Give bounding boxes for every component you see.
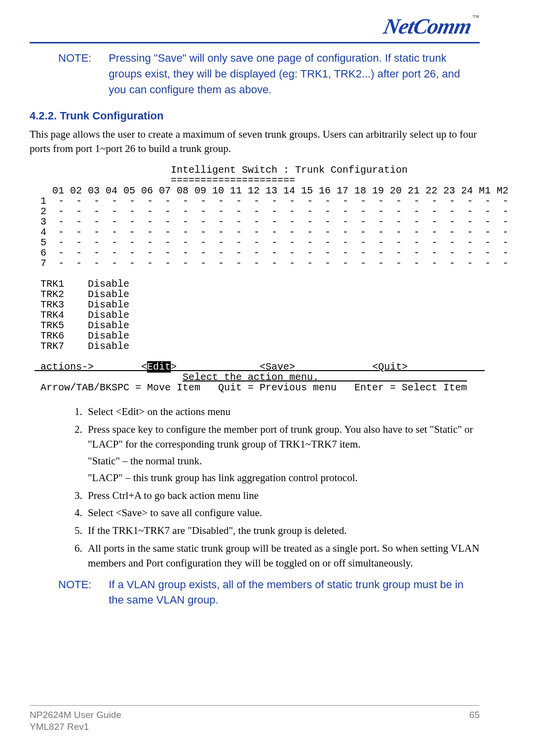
terminal-nav-hint: Arrow/TAB/BKSPC = Move Item Quit = Previ… — [35, 382, 467, 393]
terminal-screenshot: Intelligent Switch : Trunk Configuration… — [35, 165, 480, 393]
step-subtext: "Static" – the normal trunk. — [88, 454, 480, 469]
action-edit-open: < — [141, 361, 147, 373]
footer-guide-name: NP2624M User Guide — [30, 710, 121, 720]
actions-gap: > — [171, 361, 260, 373]
terminal-row: 4 - - - - - - - - - - - - - - - - - - - … — [35, 227, 508, 238]
brand-logo: NetComm™ — [30, 8, 480, 42]
terminal-header: 01 02 03 04 05 06 07 08 09 10 11 12 13 1… — [35, 185, 508, 196]
section-heading: 4.2.2. Trunk Configuration — [30, 110, 480, 122]
terminal-row: 6 - - - - - - - - - - - - - - - - - - - … — [35, 247, 508, 259]
note-label: NOTE: — [58, 50, 106, 66]
list-item: If the TRK1~TRK7 are "Disabled", the tru… — [85, 524, 480, 538]
actions-prefix: actions-> — [35, 361, 141, 373]
instruction-list: Select <Edit> on the actions menu Press … — [30, 405, 480, 570]
page-footer: NP2624M User Guide 65 YML827 Rev1 — [30, 701, 480, 732]
step-text: Press space key to configure the member … — [88, 423, 473, 450]
select-menu-pad — [35, 372, 183, 383]
terminal-trk-row: TRK2 Disable — [35, 289, 129, 300]
terminal-title: Intelligent Switch : Trunk Configuration — [35, 164, 408, 176]
terminal-trk-row: TRK6 Disable — [35, 330, 129, 341]
terminal-trk-row: TRK1 Disable — [35, 278, 129, 290]
brand-logo-text: NetComm — [381, 14, 474, 39]
note-label: NOTE: — [58, 577, 106, 593]
select-menu-label: Select the action menu. — [183, 372, 467, 383]
note-block-1: NOTE: Pressing "Save" will only save one… — [58, 50, 480, 98]
trademark-symbol: ™ — [472, 14, 481, 22]
section-title: Trunk Configuration — [60, 110, 163, 122]
step-text: All ports in the same static trunk group… — [88, 542, 479, 569]
terminal-row: 1 - - - - - - - - - - - - - - - - - - - … — [35, 195, 508, 207]
header-rule — [30, 42, 480, 43]
note-body: If a VLAN group exists, all of the membe… — [109, 577, 474, 608]
step-subtext: "LACP" – this trunk group has link aggre… — [88, 471, 480, 486]
terminal-row: 7 - - - - - - - - - - - - - - - - - - - … — [35, 258, 508, 269]
step-text: Press Ctrl+A to go back action menu line — [88, 490, 259, 501]
list-item: Press Ctrl+A to go back action menu line — [85, 489, 480, 503]
action-save[interactable]: <Save> — [260, 361, 295, 373]
terminal-row: 5 - - - - - - - - - - - - - - - - - - - … — [35, 237, 508, 248]
terminal-row: 3 - - - - - - - - - - - - - - - - - - - … — [35, 216, 508, 227]
terminal-trk-row: TRK5 Disable — [35, 320, 129, 331]
section-number: 4.2.2. — [30, 110, 57, 122]
footer-rule — [30, 705, 480, 706]
actions-trail — [408, 361, 485, 373]
footer-revision: YML827 Rev1 — [30, 721, 480, 732]
terminal-trk-row: TRK4 Disable — [35, 309, 129, 321]
note-block-2: NOTE: If a VLAN group exists, all of the… — [58, 577, 480, 608]
note-body: Pressing "Save" will only save one page … — [109, 50, 474, 98]
list-item: Press space key to configure the member … — [85, 422, 480, 485]
list-item: Select <Save> to save all configure valu… — [85, 506, 480, 521]
terminal-title-sep: ===================== — [35, 175, 295, 186]
step-text: Select <Edit> on the actions menu — [88, 406, 230, 417]
terminal-trk-row: TRK7 Disable — [35, 340, 129, 352]
actions-gap — [295, 361, 372, 373]
list-item: All ports in the same static trunk group… — [85, 541, 480, 571]
action-quit[interactable]: <Quit> — [372, 361, 408, 373]
step-text: If the TRK1~TRK7 are "Disabled", the tru… — [88, 525, 346, 536]
step-text: Select <Save> to save all configure valu… — [88, 507, 262, 519]
intro-paragraph: This page allows the user to create a ma… — [30, 127, 480, 156]
list-item: Select <Edit> on the actions menu — [85, 405, 480, 419]
action-edit[interactable]: Edit — [147, 361, 171, 373]
footer-page-number: 65 — [469, 710, 480, 720]
terminal-row: 2 - - - - - - - - - - - - - - - - - - - … — [35, 206, 508, 217]
terminal-trk-row: TRK3 Disable — [35, 299, 129, 310]
terminal-actions-line: actions-> <Edit> <Save> <Quit> — [35, 361, 485, 373]
